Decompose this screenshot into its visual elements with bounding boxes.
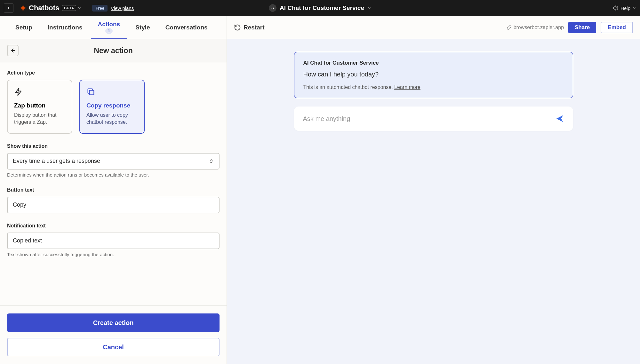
chevron-down-icon[interactable] (77, 6, 81, 10)
preview-url-text: browserbot.zapier.app (514, 25, 564, 30)
arrow-left-icon (6, 6, 11, 10)
action-type-copy-response[interactable]: Copy response Allow user to copy chatbot… (79, 80, 145, 134)
button-label: Cancel (103, 344, 124, 351)
beta-badge: BETA (62, 5, 76, 11)
button-text-label: Button text (7, 187, 220, 193)
card-title: Zap button (14, 102, 65, 109)
disclaimer-text: This is an automated chatbot response. (303, 84, 395, 90)
send-icon (555, 114, 564, 123)
tabs-row: Setup Instructions Actions 1 Style Conve… (0, 16, 227, 39)
brand-name: Chatbots (29, 4, 59, 12)
learn-more-link[interactable]: Learn more (394, 84, 420, 90)
panel-header: New action (0, 39, 227, 62)
arrow-left-icon (10, 48, 16, 53)
link-icon (507, 25, 512, 30)
chat-input-row (294, 107, 573, 131)
card-title: Copy response (86, 102, 138, 109)
svg-point-3 (616, 9, 616, 9)
select-value: Every time a user gets a response (13, 158, 100, 164)
button-label: Share (575, 24, 590, 31)
share-button[interactable]: Share (568, 22, 596, 33)
show-action-helper: Determines when the action runs or becom… (7, 172, 220, 178)
preview-toolbar: Restart browserbot.zapier.app Share Embe… (227, 16, 640, 39)
show-action-label: Show this action (7, 143, 220, 149)
action-type-options: Zap button Display button that triggers … (7, 80, 220, 134)
plan-chip: Free (92, 5, 107, 12)
tab-label: Setup (15, 24, 32, 31)
copy-icon (86, 87, 138, 98)
nav-back-button[interactable] (4, 3, 13, 13)
tab-style[interactable]: Style (128, 16, 157, 39)
main-split: New action Action type Zap button Displa… (0, 39, 640, 364)
cancel-button[interactable]: Cancel (7, 338, 220, 356)
select-chevron-icon (209, 159, 214, 164)
tab-count-badge: 1 (105, 28, 113, 34)
form-body: Action type Zap button Display button th… (0, 62, 227, 305)
show-action-block: Show this action Every time a user gets … (7, 143, 220, 178)
help-menu[interactable]: Help (613, 5, 636, 11)
send-button[interactable] (555, 114, 564, 123)
chevron-down-icon (632, 6, 636, 10)
card-description: Display button that triggers a Zap. (14, 112, 65, 126)
preview-url[interactable]: browserbot.zapier.app (507, 25, 564, 30)
restart-button[interactable]: Restart (234, 24, 264, 31)
action-type-zap-button[interactable]: Zap button Display button that triggers … (7, 80, 72, 134)
preview-pane: AI Chat for Customer Service How can I h… (227, 39, 640, 364)
notification-text-block: Notification text Text shown after succe… (7, 223, 220, 257)
zapier-logo-icon (20, 5, 26, 11)
avatar: JY (269, 4, 276, 12)
chat-greeting-card: AI Chat for Customer Service How can I h… (294, 52, 573, 98)
button-label: Embed (608, 24, 626, 31)
view-plans-link[interactable]: View plans (111, 5, 134, 11)
notification-text-label: Notification text (7, 223, 220, 229)
embed-button[interactable]: Embed (601, 22, 633, 33)
chat-disclaimer: This is an automated chatbot response. L… (303, 84, 564, 90)
topbar: Chatbots BETA Free View plans JY AI Chat… (0, 0, 640, 16)
svg-rect-1 (22, 6, 23, 11)
panel-footer: Create action Cancel (0, 305, 227, 364)
chat-bot-name: AI Chat for Customer Service (303, 60, 564, 66)
button-label: Create action (93, 319, 134, 327)
help-icon (613, 5, 619, 11)
show-action-select[interactable]: Every time a user gets a response (7, 153, 220, 170)
tab-actions[interactable]: Actions 1 (91, 16, 127, 39)
zap-icon (14, 87, 65, 98)
tab-instructions[interactable]: Instructions (41, 16, 90, 39)
panel-back-button[interactable] (7, 45, 19, 56)
action-type-label: Action type (7, 70, 220, 76)
project-name: AI Chat for Customer Service (280, 4, 364, 12)
button-text-input[interactable] (7, 197, 220, 213)
restart-icon (234, 24, 241, 31)
tab-label: Instructions (48, 24, 83, 31)
tab-conversations[interactable]: Conversations (158, 16, 215, 39)
restart-label: Restart (244, 24, 264, 31)
notification-text-input[interactable] (7, 233, 220, 249)
help-label: Help (620, 5, 630, 11)
panel-title: New action (94, 46, 132, 55)
notification-helper: Text shown after successfully triggering… (7, 252, 220, 257)
tab-label: Style (135, 24, 150, 31)
chat-greeting: How can I help you today? (303, 71, 564, 78)
tab-setup[interactable]: Setup (8, 16, 39, 39)
project-title-group[interactable]: JY AI Chat for Customer Service (269, 4, 371, 12)
card-description: Allow user to copy chatbot response. (86, 112, 138, 126)
svg-rect-4 (89, 90, 94, 95)
tab-label: Conversations (165, 24, 208, 31)
tab-label: Actions (98, 21, 120, 28)
secondary-bar: Setup Instructions Actions 1 Style Conve… (0, 16, 640, 39)
chat-input[interactable] (303, 115, 555, 123)
chevron-down-icon (367, 6, 371, 10)
config-panel: New action Action type Zap button Displa… (0, 39, 227, 364)
create-action-button[interactable]: Create action (7, 313, 220, 332)
button-text-block: Button text (7, 187, 220, 213)
